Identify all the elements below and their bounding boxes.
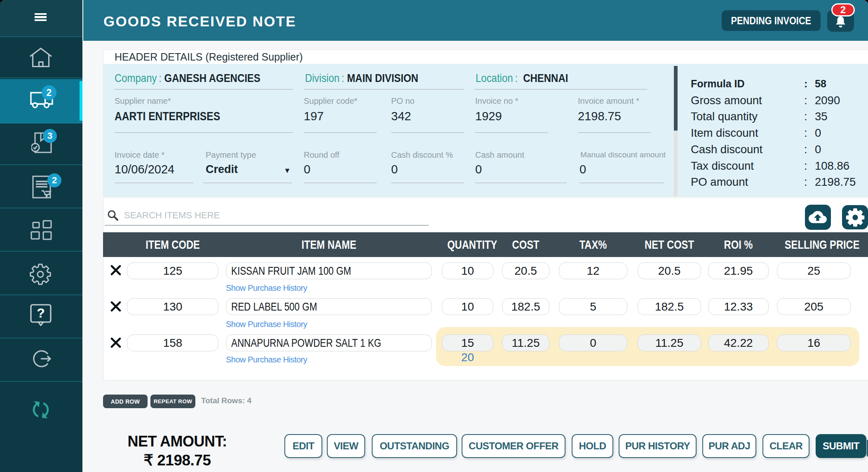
svg-text:?: ? [37, 306, 45, 320]
